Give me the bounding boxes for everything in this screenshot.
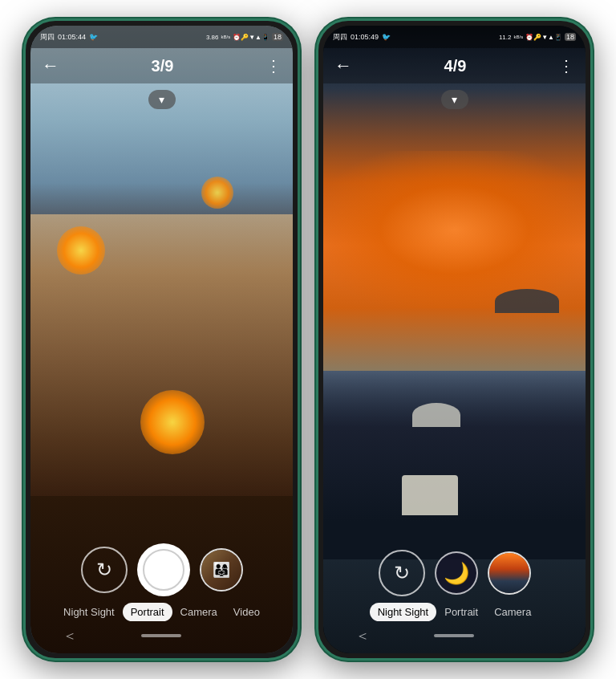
sparkle-1 [57,226,105,274]
status-speed-1: 3.86 [206,34,219,41]
mode-night-sight-2[interactable]: Night Sight [370,603,437,621]
status-day-1: 周四 [40,32,55,43]
system-nav-bar-1: ＜ [30,623,293,649]
mode-labels-1: Night Sight Portrait Camera Video [30,603,293,621]
flip-camera-icon-1: ↻ [96,559,112,581]
status-number-2: 18 [565,33,576,41]
sparkle-3 [201,177,233,209]
chevron-down-1[interactable]: ▾ [148,90,176,109]
mode-portrait-2[interactable]: Portrait [436,603,486,621]
phone-1: 周四 01:05:44 🐦 3.86 kB/s ⏰🔑▼▲📱 18 ← 3/9 ⋮ [23,18,300,661]
page-counter-1: 3/9 [152,57,174,75]
sparkle-2 [140,390,205,454]
dome-building [412,403,460,427]
shutter-inner-1 [143,549,184,591]
thumbnail-image-1: 👨‍👩‍👧 [201,550,241,590]
back-gesture-1[interactable]: ＜ [63,626,77,645]
back-button-1[interactable]: ← [42,55,59,76]
status-number-1: 18 [272,33,283,41]
status-speed-unit-2: kB/s [513,35,523,39]
night-sight-shutter-2[interactable]: 🌙 [435,551,478,595]
phone-screen-2: 周四 01:05:49 🐦 11.2 kB/s ⏰🔑▼▲📱 18 ← 4/9 ⋮ [323,26,586,653]
status-speed-2: 11.2 [499,34,512,41]
status-time-2: 01:05:49 [351,33,379,41]
mode-night-sight-1[interactable]: Night Sight [55,603,123,621]
phone-frame-2: 周四 01:05:49 🐦 11.2 kB/s ⏰🔑▼▲📱 18 ← 4/9 ⋮ [316,18,593,661]
bottom-controls-1: ↻ 👨‍👩‍👧 Night Sight Portrait Camera [30,543,293,621]
gallery-thumbnail-1[interactable]: 👨‍👩‍👧 [200,548,243,592]
chevron-icon-1: ▾ [159,93,164,106]
flip-camera-icon-2: ↻ [394,562,410,584]
status-icons-1: ⏰🔑▼▲📱 [233,34,270,41]
status-bird-icon-2: 🐦 [382,33,391,41]
status-icons-2: ⏰🔑▼▲📱 [525,34,562,41]
status-right-2: 11.2 kB/s ⏰🔑▼▲📱 18 [499,33,576,41]
mode-portrait-1[interactable]: Portrait [123,603,172,621]
camera-controls-2: ↻ 🌙 [379,550,531,596]
phone-frame-1: 周四 01:05:44 🐦 3.86 kB/s ⏰🔑▼▲📱 18 ← 3/9 ⋮ [23,18,300,661]
white-building [402,475,458,515]
status-day-2: 周四 [333,32,347,43]
home-indicator-1[interactable] [141,634,181,637]
mode-camera-1[interactable]: Camera [172,603,225,621]
flip-camera-button-1[interactable]: ↻ [81,547,128,593]
status-left-1: 周四 01:05:44 🐦 [40,32,98,43]
phone-screen-1: 周四 01:05:44 🐦 3.86 kB/s ⏰🔑▼▲📱 18 ← 3/9 ⋮ [30,26,293,653]
chevron-icon-2: ▾ [452,93,457,106]
island-silhouette [495,289,559,313]
buildings-area [323,371,586,559]
moon-symbol-icon: 🌙 [444,561,469,586]
status-bar-1: 周四 01:05:44 🐦 3.86 kB/s ⏰🔑▼▲📱 18 [30,26,293,48]
flip-camera-button-2[interactable]: ↻ [379,550,425,596]
status-speed-unit-1: kB/s [221,35,230,39]
mode-labels-2: Night Sight Portrait Camera [323,603,586,621]
status-right-1: 3.86 kB/s ⏰🔑▼▲📱 18 [206,33,283,41]
shutter-button-1[interactable] [137,543,190,596]
thumbnail-image-2 [489,553,529,593]
mode-video-1[interactable]: Video [225,603,268,621]
back-gesture-2[interactable]: ＜ [355,626,370,645]
back-button-2[interactable]: ← [334,55,352,76]
mode-camera-2[interactable]: Camera [486,603,539,621]
home-indicator-2[interactable] [434,634,474,637]
page-counter-2: 4/9 [444,57,467,75]
more-button-2[interactable]: ⋮ [558,56,574,75]
status-bar-2: 周四 01:05:49 🐦 11.2 kB/s ⏰🔑▼▲📱 18 [323,26,586,48]
status-time-1: 01:05:44 [58,33,86,41]
chevron-down-2[interactable]: ▾ [441,90,468,109]
phone-2: 周四 01:05:49 🐦 11.2 kB/s ⏰🔑▼▲📱 18 ← 4/9 ⋮ [316,18,593,661]
bottom-controls-2: ↻ 🌙 Night Sight Portrait Camera [323,550,586,621]
status-left-2: 周四 01:05:49 🐦 [333,32,391,43]
top-nav-2: ← 4/9 ⋮ [323,48,586,83]
camera-controls-1: ↻ 👨‍👩‍👧 [81,543,243,596]
status-bird-icon-1: 🐦 [89,33,98,41]
sunset-glow [323,151,586,308]
gallery-thumbnail-2[interactable] [488,551,531,595]
system-nav-bar-2: ＜ [323,623,586,649]
more-button-1[interactable]: ⋮ [265,56,282,75]
top-nav-1: ← 3/9 ⋮ [30,48,293,83]
